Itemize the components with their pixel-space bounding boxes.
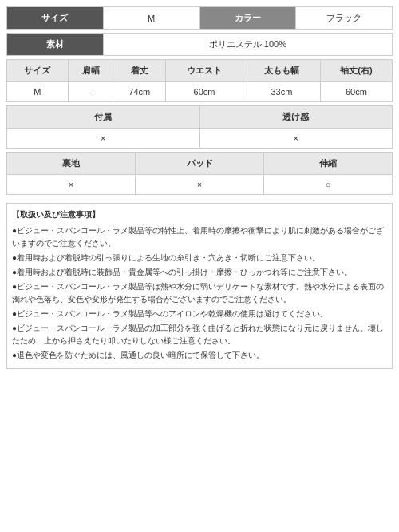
- meas-val-thigh: 33cm: [243, 82, 320, 102]
- material-table: 素材 ポリエステル 100%: [6, 33, 393, 56]
- meas-val-shoulder: -: [68, 82, 113, 102]
- color-header: カラー: [200, 7, 296, 30]
- lining-value: ×: [7, 175, 136, 195]
- pad-header: パッド: [136, 153, 264, 175]
- notes-section: 【取扱い及び注意事項】 ●ビジュー・スパンコール・ラメ製品等の特性上、着用時の摩…: [6, 203, 393, 369]
- accessories-transparency-table: 付属 透け感 × ×: [6, 105, 393, 149]
- meas-header-size: サイズ: [7, 60, 69, 82]
- notes-item-4: ●ビジュー・スパンコール・ラメ製品等は熱や水分に弱いデリケートな素材です。熱や水…: [12, 280, 387, 306]
- material-value: ポリエステル 100%: [103, 34, 392, 56]
- main-container: サイズ M カラー ブラック 素材 ポリエステル 100% サイズ 肩幅 着丈 …: [0, 0, 399, 375]
- meas-header-sleeve: 袖丈(右): [320, 60, 392, 82]
- stretch-header: 伸縮: [264, 153, 393, 175]
- size-color-table: サイズ M カラー ブラック: [6, 6, 393, 30]
- notes-title: 【取扱い及び注意事項】: [12, 208, 387, 221]
- size-header: サイズ: [7, 7, 104, 30]
- meas-val-size: M: [7, 82, 69, 102]
- accessories-value: ×: [7, 129, 200, 149]
- meas-header-shoulder: 肩幅: [68, 60, 113, 82]
- pad-value: ×: [136, 175, 264, 195]
- color-value: ブラック: [296, 7, 393, 30]
- notes-item-3: ●着用時および着脱時に装飾品・貴金属等への引っ掛け・摩擦・ひっかつれ等にご注意下…: [12, 266, 387, 279]
- notes-item-1: ●ビジュー・スパンコール・ラメ製品等の特性上、着用時の摩擦や衝撃により肌に刺激が…: [12, 224, 387, 250]
- meas-header-thigh: 太もも幅: [243, 60, 320, 82]
- notes-item-2: ●着用時および着脱時の引っ張りによる生地の糸引き・穴あき・切断にご注意下さい。: [12, 252, 387, 264]
- lining-pad-stretch-table: 裏地 パッド 伸縮 × × ○: [6, 152, 393, 195]
- measurements-table: サイズ 肩幅 着丈 ウエスト 太もも幅 袖丈(右) M - 74cm 60cm …: [6, 59, 393, 102]
- meas-header-length: 着丈: [113, 60, 166, 82]
- transparency-value: ×: [200, 129, 393, 149]
- notes-item-6: ●ビジュー・スパンコール・ラメ製品の加工部分を強く曲げると折れた状態になり元に戻…: [12, 322, 387, 347]
- meas-header-waist: ウエスト: [166, 60, 243, 82]
- transparency-header: 透け感: [200, 106, 393, 129]
- size-value: M: [103, 7, 200, 30]
- material-header: 素材: [7, 34, 104, 56]
- lining-header: 裏地: [7, 153, 136, 175]
- stretch-value: ○: [264, 175, 393, 195]
- meas-val-length: 74cm: [113, 82, 166, 102]
- meas-val-sleeve: 60cm: [320, 82, 392, 102]
- meas-val-waist: 60cm: [166, 82, 243, 102]
- notes-item-5: ●ビジュー・スパンコール・ラメ製品等へのアイロンや乾燥機の使用は避けてください。: [12, 308, 387, 320]
- notes-item-7: ●退色や変色を防ぐためには、風通しの良い暗所にて保管して下さい。: [12, 349, 387, 362]
- accessories-header: 付属: [7, 106, 200, 129]
